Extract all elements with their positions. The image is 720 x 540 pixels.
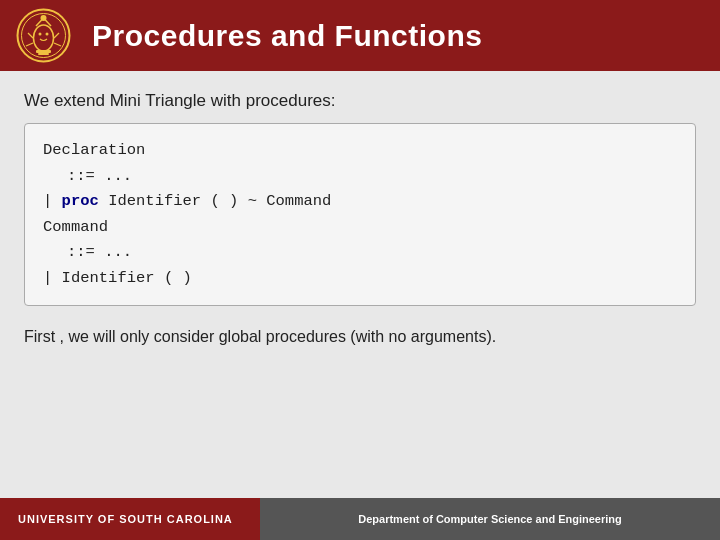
svg-line-8	[26, 43, 33, 46]
svg-line-9	[54, 43, 61, 46]
slide: Procedures and Functions We extend Mini …	[0, 0, 720, 540]
slide-title: Procedures and Functions	[92, 19, 482, 53]
svg-point-12	[39, 33, 42, 36]
conclusion-text: First , we will only consider global pro…	[24, 328, 696, 346]
university-logo	[16, 8, 76, 63]
code-box: Declaration ::= ... | proc Identifier ( …	[24, 123, 696, 306]
svg-line-7	[54, 33, 59, 38]
code-line-3: | proc Identifier ( ) ~ Command	[43, 189, 677, 215]
code-line-6: | Identifier ( )	[43, 266, 677, 292]
svg-point-5	[41, 15, 47, 21]
code-line-2: ::= ...	[67, 164, 677, 190]
footer-department: Department of Computer Science and Engin…	[260, 498, 720, 540]
intro-text: We extend Mini Triangle with procedures:	[24, 91, 696, 111]
footer-university-name: UNIVERSITY OF SOUTH CAROLINA	[0, 498, 260, 540]
code-line-4: Command	[43, 215, 677, 241]
header: Procedures and Functions	[0, 0, 720, 71]
svg-point-13	[46, 33, 49, 36]
svg-rect-10	[36, 50, 51, 53]
svg-rect-11	[38, 53, 49, 55]
svg-line-6	[28, 33, 33, 38]
svg-point-2	[34, 25, 54, 51]
main-content: We extend Mini Triangle with procedures:…	[0, 71, 720, 498]
code-line-5: ::= ...	[67, 240, 677, 266]
footer: UNIVERSITY OF SOUTH CAROLINA Department …	[0, 498, 720, 540]
code-line-1: Declaration	[43, 138, 677, 164]
